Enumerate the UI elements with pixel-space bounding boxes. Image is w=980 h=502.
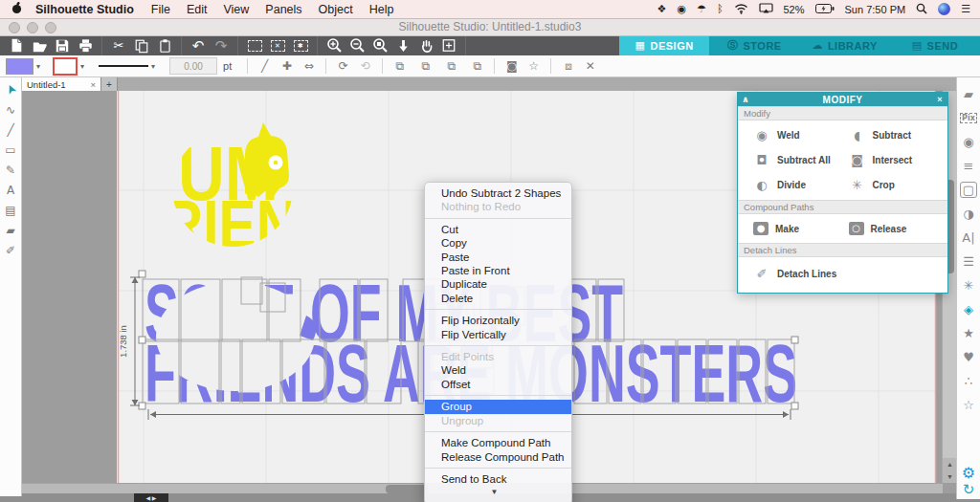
lasso-select-icon[interactable]: ✱ xyxy=(289,35,312,55)
send-backward-icon[interactable]: ⧉ xyxy=(440,59,462,73)
context-menu-item[interactable] xyxy=(425,345,571,346)
context-menu-item[interactable]: Offset xyxy=(425,378,571,391)
redo-icon[interactable]: ↷ xyxy=(210,35,233,55)
send-panel-icon[interactable]: ♥ xyxy=(958,345,979,369)
scroll-down-button[interactable]: ▼ xyxy=(943,470,957,483)
notification-center-icon[interactable]: ☰ xyxy=(961,3,970,15)
context-menu-item[interactable]: Nothing to Redo xyxy=(425,200,571,213)
context-menu-item[interactable] xyxy=(425,395,571,396)
menu-item[interactable]: File xyxy=(151,3,170,16)
draw-tool[interactable]: ✎ xyxy=(1,160,20,180)
modify-action[interactable]: ◘ Subtract All xyxy=(753,153,849,167)
rotate-copy-icon[interactable]: ⟲ xyxy=(354,59,376,73)
line-color-swatch[interactable] xyxy=(53,57,78,76)
context-menu-item[interactable]: Copy xyxy=(425,236,571,250)
fill-panel-icon[interactable]: ▰ xyxy=(958,82,979,106)
context-menu-item[interactable]: ▼ xyxy=(425,486,571,499)
transform-panel-icon[interactable]: ☰ xyxy=(958,250,979,273)
menu-app-name[interactable]: Silhouette Studio xyxy=(35,3,134,16)
rectangle-tool[interactable]: ▭ xyxy=(1,140,20,160)
wifi-icon[interactable] xyxy=(734,3,748,16)
move-icon[interactable]: ✚ xyxy=(276,59,298,73)
tab-design[interactable]: ▦ DESIGN xyxy=(619,35,709,55)
bluetooth-icon[interactable]: ᛒ xyxy=(717,3,724,15)
scale-icon[interactable]: ⇔ xyxy=(298,59,320,73)
menu-item[interactable]: Panels xyxy=(265,3,301,16)
rotate-selection-icon[interactable]: ⟳ xyxy=(332,59,354,73)
modify-action[interactable]: ◖ Subtract xyxy=(849,128,945,142)
menu-item[interactable]: Object xyxy=(319,3,353,16)
context-menu-item[interactable]: Cut xyxy=(425,223,571,236)
text-style-panel-icon[interactable]: A| xyxy=(958,226,979,250)
tab-store[interactable]: Ⓢ STORE xyxy=(709,35,799,55)
tab-library[interactable]: ☁ LIBRARY xyxy=(800,35,890,55)
collapse-panel-icon[interactable]: ∧ xyxy=(738,95,753,104)
save-icon[interactable] xyxy=(51,35,74,55)
page-nav-arrows[interactable]: ◀ ▶ xyxy=(134,493,168,502)
context-menu-item[interactable]: Flip Horizontally xyxy=(425,314,571,327)
note-tool[interactable]: ▤ xyxy=(1,200,20,220)
context-menu-item[interactable]: Paste xyxy=(425,251,571,264)
backup-icon[interactable]: ☂ xyxy=(697,3,706,15)
line-style-panel-icon[interactable]: ≡ xyxy=(958,154,979,178)
zoom-out-icon[interactable] xyxy=(345,35,368,55)
apple-menu-icon[interactable] xyxy=(11,2,22,17)
line-style-preview[interactable] xyxy=(99,65,148,67)
color-panel-icon[interactable]: ◉ xyxy=(958,130,979,154)
select-tool[interactable]: ➤ xyxy=(1,79,20,99)
close-tab-icon[interactable]: × xyxy=(90,79,96,90)
detach-lines-action[interactable]: ✐ Detach Lines xyxy=(753,267,944,281)
context-menu-item[interactable]: Send to Back xyxy=(425,472,571,486)
siri-icon[interactable] xyxy=(938,3,950,15)
3d-box-icon[interactable]: ⧈ xyxy=(557,59,579,73)
compound-path-action[interactable]: ○ Release xyxy=(849,222,945,235)
modify-panel-icon[interactable]: ◈ xyxy=(958,297,979,321)
open-icon[interactable] xyxy=(28,35,51,55)
context-menu-item[interactable]: Undo Subtract 2 Shapes xyxy=(425,186,571,200)
context-menu-item[interactable]: Group xyxy=(425,400,571,413)
zoom-selection-icon[interactable] xyxy=(368,35,391,55)
knife-tool[interactable]: ✐ xyxy=(1,240,20,260)
modify-action[interactable]: ◙ Intersect xyxy=(849,153,945,167)
paste-icon[interactable] xyxy=(153,35,176,55)
context-menu-item[interactable]: Flip Vertically xyxy=(425,328,571,341)
menu-clock[interactable]: Sun 7:50 PM xyxy=(845,4,906,15)
context-menu-item[interactable] xyxy=(425,309,571,310)
delete-icon[interactable]: ✕ xyxy=(579,59,601,73)
horizontal-scrollbar-thumb[interactable] xyxy=(386,485,428,493)
copy-icon[interactable] xyxy=(130,35,153,55)
document-tab[interactable]: Untitled-1 × xyxy=(21,76,101,91)
menu-item[interactable]: View xyxy=(223,3,249,16)
bring-forward-icon[interactable]: ⧉ xyxy=(414,59,436,73)
context-menu-item[interactable]: Ungroup xyxy=(425,414,571,427)
knife-panel-icon[interactable]: ✳ xyxy=(958,273,979,297)
trace-panel-icon[interactable]: ▢ xyxy=(958,178,979,202)
context-menu-item[interactable] xyxy=(425,431,571,432)
context-menu-item[interactable]: Weld xyxy=(425,363,571,377)
select-rectangle-icon[interactable] xyxy=(243,35,266,55)
context-menu-item[interactable]: Release Compound Path xyxy=(425,450,571,464)
deselect-icon[interactable]: ✕ xyxy=(266,35,289,55)
line-style-dropdown-icon[interactable]: ▾ xyxy=(151,62,155,71)
context-menu-item[interactable]: Make Compound Path xyxy=(425,436,571,449)
print-icon[interactable] xyxy=(74,35,97,55)
shading-panel-icon[interactable]: ◑ xyxy=(958,202,979,226)
tab-send[interactable]: ▤ SEND xyxy=(890,35,980,55)
zoom-page-icon[interactable] xyxy=(391,35,414,55)
context-menu-item[interactable]: Edit Points xyxy=(425,350,571,363)
star-panel-icon[interactable]: ☆ xyxy=(958,393,979,417)
compound-path-action[interactable]: ● Make xyxy=(753,222,849,235)
scroll-up-button[interactable]: ▲ xyxy=(943,458,957,470)
text-tool[interactable]: A xyxy=(1,180,20,200)
new-document-icon[interactable] xyxy=(5,35,28,55)
context-menu-item[interactable]: Paste in Front xyxy=(425,264,571,277)
airplay-display-icon[interactable] xyxy=(759,3,773,15)
spotlight-icon[interactable] xyxy=(916,3,927,16)
fill-color-dropdown-icon[interactable]: ▾ xyxy=(36,62,40,71)
context-menu-item[interactable]: Duplicate xyxy=(425,277,571,291)
send-to-back-icon[interactable]: ⧉ xyxy=(466,59,488,73)
line-color-dropdown-icon[interactable]: ▾ xyxy=(80,62,84,71)
weld-icon[interactable]: ◙ xyxy=(501,59,523,73)
eraser-tool[interactable]: ▰ xyxy=(1,220,20,240)
undo-icon[interactable]: ↶ xyxy=(187,35,210,55)
